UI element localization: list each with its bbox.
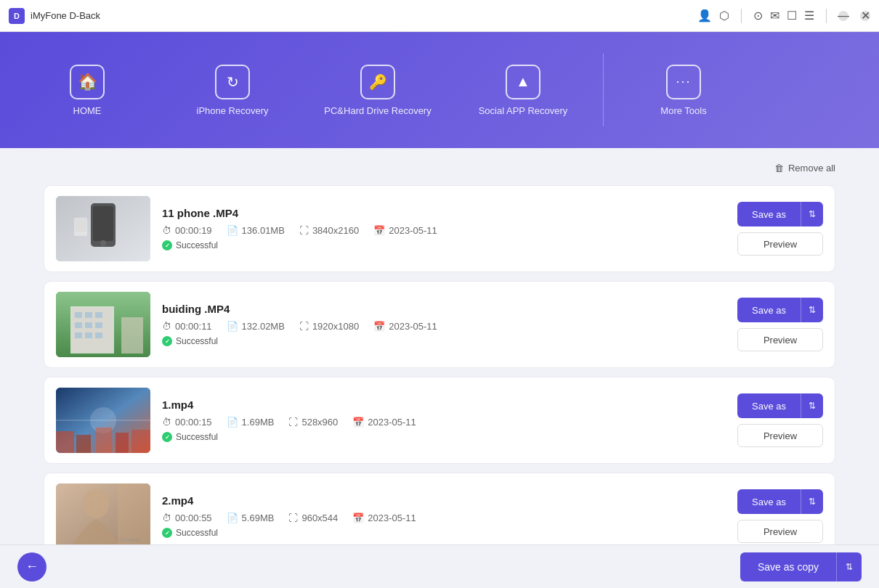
file-icon: 📄 [227,225,238,236]
file-thumb-2 [56,292,150,357]
file-name-4: 2.mp4 [162,494,726,507]
nav-more-tools[interactable]: ··· More Tools [611,43,756,137]
svg-rect-11 [75,312,82,318]
svg-rect-19 [95,332,102,338]
nav-bar: 🏠 HOME ↻ iPhone Recovery 🔑 PC&Hard Drive… [0,32,879,148]
svg-text:©notice: ©notice [120,536,140,543]
svg-rect-13 [95,312,102,318]
svg-rect-17 [75,332,82,338]
svg-rect-24 [56,431,74,453]
file-name-2: buiding .MP4 [162,303,726,315]
file-duration-4: ⏱00:00:55 [162,513,212,523]
save-as-group-3: Save as ⇅ [737,393,823,418]
preview-button-1[interactable]: Preview [737,232,823,256]
save-copy-group: Save as copy ⇅ [740,552,862,581]
user-icon[interactable]: 👤 [697,9,712,23]
svg-rect-20 [121,317,143,354]
resolution-icon4: ⛶ [288,513,298,523]
remove-all-button[interactable]: 🗑 Remove all [774,163,835,173]
svg-rect-25 [76,435,91,453]
svg-rect-14 [75,322,82,328]
file-size-4: 📄5.69MB [227,513,275,523]
nav-home-label: HOME [73,105,102,116]
file-resolution-4: ⛶960x544 [288,513,338,523]
svg-rect-15 [85,322,92,328]
file-resolution-2: ⛶1920x1080 [299,321,359,332]
status-dot-2 [162,336,172,346]
file-icon2: 📄 [227,321,238,332]
file-status-1: Successful [162,240,726,250]
file-duration-3: ⏱00:00:15 [162,417,212,428]
menu-icon[interactable]: ☰ [804,9,814,23]
discord-icon[interactable]: ⬡ [719,9,729,23]
file-name-1: 11 phone .MP4 [162,207,726,219]
status-dot-4 [162,528,172,538]
file-status-4: Successful [162,528,726,538]
file-info-1: 11 phone .MP4 ⏱00:00:19 📄136.01MB ⛶3840x… [162,207,726,250]
window-minimize[interactable]: — [838,11,848,21]
resolution-icon: ⛶ [299,225,309,236]
file-date-2: 📅2023-05-11 [373,321,437,332]
file-meta-1: ⏱00:00:19 📄136.01MB ⛶3840x2160 📅2023-05-… [162,225,726,236]
save-as-button-4[interactable]: Save as [737,489,801,514]
file-actions-4: Save as ⇅ Preview [737,489,823,543]
toolbar-row: 🗑 Remove all [44,163,835,173]
preview-button-2[interactable]: Preview [737,328,823,351]
mail-icon[interactable]: ✉ [770,9,779,23]
save-as-copy-button[interactable]: Save as copy [740,552,836,581]
file-date-4: 📅2023-05-11 [352,513,416,523]
file-actions-1: Save as ⇅ Preview [737,202,823,256]
svg-rect-26 [96,428,112,453]
file-duration-2: ⏱00:00:11 [162,321,212,332]
file-actions-2: Save as ⇅ Preview [737,298,823,351]
save-as-arrow-3[interactable]: ⇅ [801,393,823,418]
nav-home[interactable]: 🏠 HOME [15,43,160,137]
file-resolution-1: ⛶3840x2160 [299,225,359,236]
save-as-button-3[interactable]: Save as [737,393,801,418]
clock-icon: ⏱ [162,225,171,236]
save-as-copy-arrow[interactable]: ⇅ [836,552,862,581]
save-as-group-1: Save as ⇅ [737,202,823,226]
file-thumb-4: ©notice [56,483,150,544]
nav-iphone-recovery[interactable]: ↻ iPhone Recovery [160,43,305,137]
file-icon4: 📄 [227,513,238,523]
separator2 [826,9,827,23]
title-bar-actions: 👤 ⬡ ⊙ ✉ ☐ ☰ — ✕ [697,9,870,23]
resolution-icon2: ⛶ [299,321,309,332]
nav-social-app[interactable]: ▲ Social APP Recovery [450,43,596,137]
svg-rect-12 [85,312,92,318]
chat-icon[interactable]: ☐ [787,9,797,23]
window-close[interactable]: ✕ [860,11,870,21]
file-card-2: buiding .MP4 ⏱00:00:11 📄132.02MB ⛶1920x1… [44,281,835,368]
save-as-button-1[interactable]: Save as [737,202,801,226]
file-card-3: 1.mp4 ⏱00:00:15 📄1.69MB ⛶528x960 📅2023-0… [44,377,835,464]
main-content: 🗑 Remove all 11 phone .MP4 ⏱00:00:19 📄13… [0,148,879,544]
trash-icon: 🗑 [774,163,784,173]
calendar-icon3: 📅 [352,417,364,428]
calendar-icon4: 📅 [352,513,364,523]
save-as-arrow-4[interactable]: ⇅ [801,489,823,514]
save-as-button-2[interactable]: Save as [737,298,801,322]
svg-rect-18 [85,332,92,338]
status-dot-3 [162,432,172,442]
back-button[interactable]: ← [17,552,46,581]
calendar-icon: 📅 [373,225,385,236]
save-as-arrow-2[interactable]: ⇅ [801,298,823,322]
svg-rect-28 [131,430,150,453]
nav-pc-hard-drive-label: PC&Hard Drive Recovery [324,105,431,116]
svg-point-4 [100,240,106,246]
file-date-3: 📅2023-05-11 [352,417,416,428]
settings-icon[interactable]: ⊙ [753,9,763,23]
save-as-group-4: Save as ⇅ [737,489,823,514]
file-info-4: 2.mp4 ⏱00:00:55 📄5.69MB ⛶960x544 📅2023-0… [162,494,726,538]
preview-button-3[interactable]: Preview [737,424,823,447]
resolution-icon3: ⛶ [288,417,298,428]
svg-rect-6 [75,219,86,232]
file-thumb-1 [56,196,150,261]
save-as-arrow-1[interactable]: ⇅ [801,202,823,226]
file-size-3: 📄1.69MB [227,417,275,428]
nav-pc-hard-drive[interactable]: 🔑 PC&Hard Drive Recovery [305,43,450,137]
home-icon: 🏠 [70,65,105,99]
preview-button-4[interactable]: Preview [737,520,823,543]
file-actions-3: Save as ⇅ Preview [737,393,823,447]
